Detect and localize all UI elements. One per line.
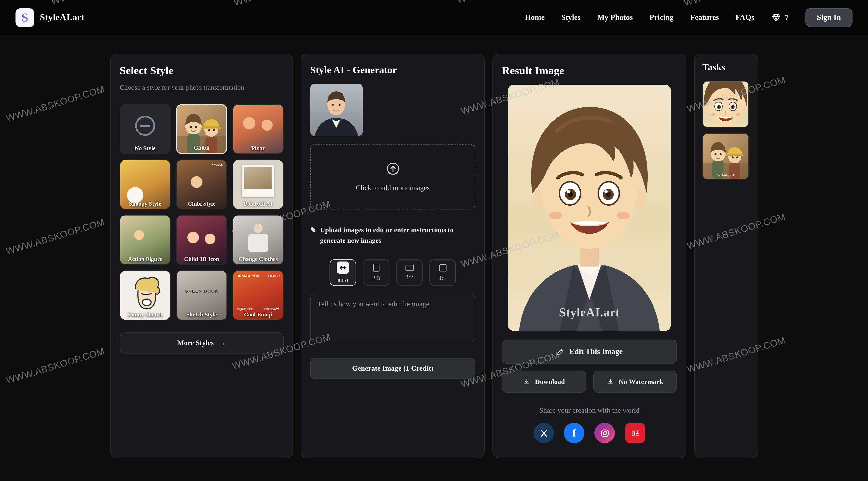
aspect-ratio-auto[interactable]: auto <box>330 259 356 285</box>
share-text: Share your creation with the world <box>502 406 677 415</box>
download-button[interactable]: Download <box>502 371 586 393</box>
emoji-text: ORANGE YOU <box>237 274 259 278</box>
task-thumbnail-1[interactable] <box>703 81 749 127</box>
abskoop-watermark: WWW.ABSKOOP.COM <box>5 346 106 386</box>
style-grid: No Style <box>120 104 284 320</box>
emoji-text: GLAD? <box>268 274 280 278</box>
nav-link-pricing[interactable]: Pricing <box>649 13 674 22</box>
style-tile-label: Polaroid AI <box>233 201 283 207</box>
style-tile-pixar[interactable]: Pixar <box>232 104 283 154</box>
aspect-ratio-3-2[interactable]: 3:2 <box>396 259 423 285</box>
nav-link-faqs[interactable]: FAQs <box>736 13 754 22</box>
arrow-right-icon: → <box>219 338 226 348</box>
ratio-label: 1:1 <box>439 274 446 280</box>
upload-icon <box>385 161 400 176</box>
style-tile-action-figure[interactable]: Action Figure <box>120 215 170 265</box>
pencil-icon <box>556 348 564 356</box>
style-tile-label: Action Figure <box>120 256 170 262</box>
nav-link-my-photos[interactable]: My Photos <box>597 13 633 22</box>
share-x-button[interactable] <box>533 423 554 443</box>
style-tile-cool-emoji[interactable]: ORANGE YOU GLAD? SQUEEZE THE DAY! Cool E… <box>232 270 283 320</box>
instagram-icon <box>599 428 610 438</box>
style-tile-funny-sketch[interactable]: Funny Sketch <box>120 270 170 320</box>
style-tile-ghibli[interactable]: Ghibli <box>176 104 227 154</box>
style-tile-chibi[interactable]: StyleAi Chibi Style <box>176 160 227 210</box>
select-style-panel: Select Style Choose a style for your pho… <box>110 54 293 458</box>
prompt-input[interactable] <box>310 293 475 342</box>
result-image[interactable]: StyleAI.art <box>508 85 671 331</box>
style-tile-no-style[interactable]: No Style <box>120 104 170 154</box>
abskoop-watermark: WWW.ABSKOOP.COM <box>5 84 106 124</box>
style-tile-polaroid[interactable]: Polaroid AI <box>232 160 283 210</box>
more-styles-label: More Styles <box>177 338 214 348</box>
task1-artwork <box>703 82 748 127</box>
social-row: f <box>502 423 677 443</box>
select-style-title: Select Style <box>120 64 284 77</box>
pencil-icon: ✎ <box>310 225 316 246</box>
nav-link-home[interactable]: Home <box>525 13 545 22</box>
emoji-text: THE DAY! <box>264 307 279 311</box>
x-twitter-icon <box>539 428 548 437</box>
logo-letter: S <box>22 10 29 25</box>
result-title: Result Image <box>502 64 677 77</box>
generator-title: Style AI - Generator <box>310 64 475 76</box>
emoji-text: SQUEEZE <box>237 307 253 311</box>
ratio-label: 2:3 <box>372 275 380 281</box>
add-images-dropzone[interactable]: Click to add more images <box>310 144 475 209</box>
navbar: S StyleAI.art Home Styles My Photos Pric… <box>0 0 868 35</box>
style-tile-label: Funny Sketch <box>120 311 170 318</box>
uploaded-photo-thumbnail <box>310 84 363 136</box>
sketch-book-text: GREEN BOOK <box>177 289 226 293</box>
brand-logo-icon: S <box>16 8 34 27</box>
sign-in-button[interactable]: Sign In <box>805 8 852 27</box>
aspect-ratio-group: auto 2:3 3:2 1:1 <box>310 259 475 285</box>
aspect-ratio-2-3[interactable]: 2:3 <box>363 259 389 285</box>
facebook-icon: f <box>572 427 576 440</box>
uploaded-image[interactable] <box>310 84 363 136</box>
style-tile-label: Change Clothes <box>233 256 283 262</box>
tasks-title: Tasks <box>703 62 750 73</box>
style-tile-label: Pixar <box>233 145 283 151</box>
abskoop-watermark: WWW.ABSKOOP.COM <box>5 217 106 258</box>
nav-link-styles[interactable]: Styles <box>561 13 581 22</box>
download-row: Download No Watermark <box>502 371 677 393</box>
tasks-panel: Tasks StyleAI.art <box>694 54 758 458</box>
download-icon <box>607 378 614 386</box>
style-tile-sketch-style[interactable]: GREEN BOOK Sketch Style <box>176 270 227 320</box>
style-tile-child-3d-icon[interactable]: Child 3D Icon <box>176 215 227 265</box>
style-tile-change-clothes[interactable]: Change Clothes <box>232 215 283 265</box>
generator-panel: Style AI - Generator Click to add more i… <box>301 54 485 458</box>
brand[interactable]: S StyleAI.art <box>16 8 85 27</box>
share-facebook-button[interactable]: f <box>564 423 584 443</box>
task-thumbnail-2[interactable]: StyleAI.art <box>703 133 749 179</box>
credits-indicator[interactable]: 7 <box>771 12 789 23</box>
xiaohongshu-icon <box>629 427 641 439</box>
style-tile-label: Chibi Style <box>177 201 226 207</box>
result-image-watermark: StyleAI.art <box>508 305 671 320</box>
share-xiaohongshu-button[interactable] <box>625 423 645 443</box>
select-style-subtitle: Choose a style for your photo transforma… <box>120 84 284 92</box>
no-watermark-label: No Watermark <box>619 378 663 386</box>
ratio-label: auto <box>338 276 348 283</box>
share-instagram-button[interactable] <box>594 423 615 443</box>
portrait-rect-icon <box>373 263 379 272</box>
edit-this-image-button[interactable]: Edit This Image <box>502 339 677 364</box>
nav-link-features[interactable]: Features <box>690 13 719 22</box>
style-tile-label: No Style <box>120 145 170 151</box>
generate-button[interactable]: Generate Image (1 Credit) <box>310 358 475 379</box>
style-tile-label: Child 3D Icon <box>177 256 226 262</box>
no-watermark-button[interactable]: No Watermark <box>593 371 677 393</box>
no-style-icon <box>135 116 155 136</box>
task2-watermark: StyleAI.art <box>717 173 734 177</box>
chibi-badge-text: StyleAi <box>212 163 223 167</box>
upload-hint: Click to add more images <box>355 183 430 192</box>
landscape-rect-icon <box>405 265 413 271</box>
credits-count: 7 <box>785 13 789 22</box>
more-styles-button[interactable]: More Styles → <box>120 332 284 354</box>
aspect-ratio-1-1[interactable]: 1:1 <box>429 259 456 285</box>
style-tile-label: Cool Emoji <box>233 311 283 318</box>
square-rect-icon <box>439 264 446 271</box>
edit-label: Edit This Image <box>569 348 623 356</box>
arrows-horizontal-icon <box>337 262 349 274</box>
style-tile-snoopy[interactable]: Snoopy Style <box>120 160 170 210</box>
